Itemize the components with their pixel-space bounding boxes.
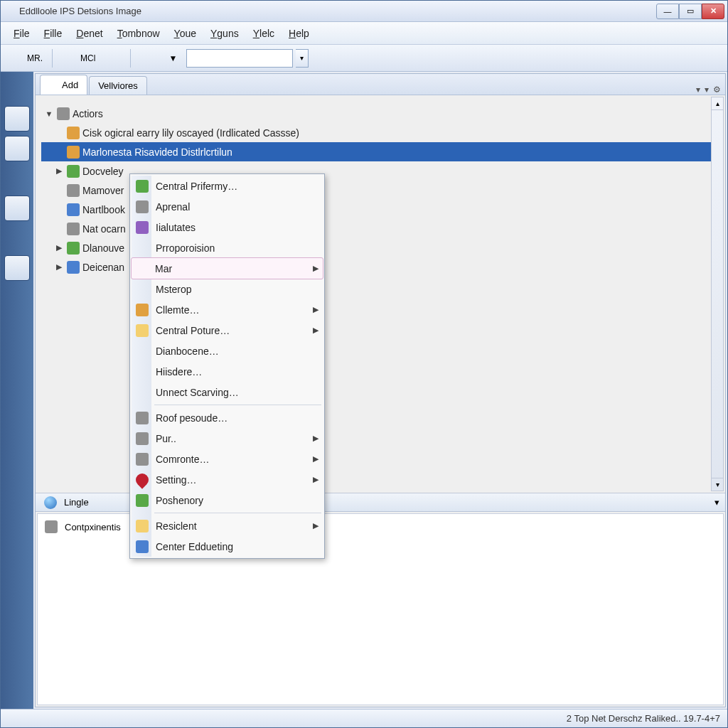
menu-item-icon	[136, 453, 149, 466]
context-menu-item[interactable]: Aprenal	[132, 196, 323, 217]
menu-item-label: Aprenal	[156, 201, 190, 213]
item-icon	[67, 146, 80, 159]
tool-separator	[52, 49, 53, 68]
scrollbar[interactable]: ▴ ▾	[711, 97, 724, 491]
context-menu-item[interactable]: Poshenory	[132, 490, 323, 510]
tree-expand-icon[interactable]: ▶	[54, 243, 64, 252]
context-menu-item[interactable]: Mar▶	[131, 257, 323, 279]
tree-expand-icon[interactable]: ▼	[44, 109, 54, 118]
tree-item-selected[interactable]: Marlonesta Risavided Distlrlcrtilun	[41, 142, 719, 161]
toolbar-input-dropdown[interactable]: ▾	[296, 49, 309, 68]
row-label: Contpxinentis	[65, 522, 121, 532]
tool-btn-back[interactable]	[311, 48, 334, 69]
app-icon	[4, 6, 15, 17]
tab-gear-icon[interactable]: ⚙	[713, 85, 721, 95]
titlebar: Eddlloole IPS Detsions Image — ▭ ✕	[1, 1, 727, 22]
context-menu-item[interactable]: Central Poture…▶	[132, 320, 323, 341]
submenu-arrow-icon: ▶	[313, 326, 318, 335]
item-icon	[67, 223, 80, 235]
tool-btn-dropdown[interactable]: ▼	[162, 48, 183, 69]
menu-item-label: Iialutates	[156, 222, 196, 233]
menu-item-label: Central Poture…	[156, 325, 230, 336]
item-icon	[67, 184, 80, 197]
menu-item-label: Roof pesoude…	[156, 412, 228, 424]
maximize-button[interactable]: ▭	[679, 4, 702, 19]
sidebar-btn-7[interactable]	[4, 255, 30, 281]
context-menu-item[interactable]: Iialutates	[132, 217, 323, 237]
tabstrip: Add Vellviores ▾ ▾ ⚙	[36, 74, 725, 95]
context-menu-item[interactable]: Comronte…▶	[132, 449, 323, 469]
sidebar-btn-5[interactable]	[4, 196, 30, 221]
menu-item-label: Msterop	[156, 284, 192, 295]
menu-item-label: Mar	[155, 263, 172, 274]
sidebar-btn-6[interactable]	[4, 225, 30, 251]
sidebar-btn-3[interactable]	[4, 136, 30, 161]
sidebar-btn-8[interactable]	[4, 285, 30, 311]
menu-item-label: Dianbocene…	[156, 346, 219, 357]
menu-item-label: Setting…	[156, 474, 197, 486]
app-window: Eddlloole IPS Detsions Image — ▭ ✕ File …	[0, 0, 728, 728]
context-menu-item[interactable]: Unnect Scarving…	[132, 382, 323, 402]
context-menu-item[interactable]: Pur..▶	[132, 428, 323, 449]
menubar: File Fille Denet Tombnow Youe Yguns Ylel…	[1, 22, 727, 45]
tab-velliviores[interactable]: Vellviores	[89, 76, 147, 95]
context-menu-item[interactable]: Hiisdere…	[132, 361, 323, 382]
tree-label: Nartlbook	[82, 204, 125, 215]
tool-btn-refresh[interactable]	[363, 48, 385, 69]
item-icon	[67, 127, 80, 139]
context-menu-item[interactable]: Resiclent▶	[132, 515, 323, 536]
menu-item-label: Central Prifermy…	[156, 181, 237, 192]
sidebar-btn-4[interactable]	[4, 166, 30, 191]
tool-btn-x[interactable]	[337, 48, 360, 69]
menu-item-icon	[136, 540, 149, 553]
menu-tombnow[interactable]: Tombnow	[110, 25, 167, 42]
tree-expand-icon[interactable]: ▶	[54, 262, 64, 272]
menu-file[interactable]: File	[6, 25, 37, 42]
tab-menu-icon[interactable]: ▾	[696, 85, 700, 95]
tab-add[interactable]: Add	[40, 75, 87, 95]
menu-youe[interactable]: Youe	[167, 25, 203, 42]
menu-ylelc[interactable]: Ylelc	[246, 25, 282, 42]
tool-btn-pencil[interactable]	[102, 48, 124, 69]
menu-item-icon	[136, 520, 149, 532]
close-button[interactable]: ✕	[702, 4, 724, 19]
context-menu-item[interactable]: Center Eddueting	[132, 536, 323, 557]
menu-yguns[interactable]: Yguns	[203, 25, 246, 42]
menu-help[interactable]: Help	[282, 25, 316, 42]
menu-fille[interactable]: Fille	[37, 25, 70, 42]
submenu-arrow-icon: ▶	[313, 264, 318, 273]
window-controls: — ▭ ✕	[656, 4, 724, 19]
tool-btn-1[interactable]: MR.	[5, 48, 46, 69]
tool-separator	[130, 49, 131, 68]
sidebar-btn-2[interactable]	[4, 106, 30, 132]
tree-item[interactable]: Cisk ogicral earry lily oscayed (Irdlica…	[41, 123, 719, 142]
sidebar-btn-bottom[interactable]	[4, 679, 30, 705]
context-menu-item[interactable]: Prroporoision	[132, 237, 323, 258]
lower-dropdown-icon[interactable]: ▾	[714, 497, 719, 508]
toolbar-input[interactable]	[186, 49, 293, 68]
menu-denet[interactable]: Denet	[69, 25, 109, 42]
tab-menu-icon-2[interactable]: ▾	[705, 85, 709, 95]
scroll-down-icon[interactable]: ▾	[712, 478, 723, 491]
status-text: 2 Top Net Derschz Raliked.. 19.7-4+7	[567, 713, 720, 724]
tool-btn-misc[interactable]	[388, 48, 411, 69]
menu-item-label: Prroporoision	[156, 242, 215, 254]
submenu-arrow-icon: ▶	[313, 521, 318, 530]
tree-expand-icon[interactable]: ▶	[54, 166, 64, 176]
context-menu-item[interactable]: Central Prifermy…	[132, 176, 323, 196]
tree-label: Actiors	[73, 108, 103, 119]
context-menu-item[interactable]: Roof pesoude…	[132, 407, 323, 428]
sidebar-btn-1[interactable]	[4, 76, 30, 102]
tree-label: Nat ocarn	[82, 223, 126, 235]
tree-root[interactable]: ▼ Actiors	[41, 104, 719, 123]
scroll-up-icon[interactable]: ▴	[712, 97, 723, 110]
context-menu-item[interactable]: Setting…▶	[132, 469, 323, 490]
context-menu-item[interactable]: Dianbocene…	[132, 341, 323, 361]
tool-btn-globe[interactable]	[136, 48, 159, 69]
submenu-arrow-icon: ▶	[313, 305, 318, 314]
context-menu-item[interactable]: Cllemte…▶	[132, 299, 323, 320]
tool-btn-folder[interactable]: MCl	[58, 48, 99, 69]
minimize-button[interactable]: —	[656, 4, 679, 19]
context-menu-item[interactable]: Msterop	[132, 279, 323, 299]
menu-item-label: Pur..	[156, 433, 176, 444]
